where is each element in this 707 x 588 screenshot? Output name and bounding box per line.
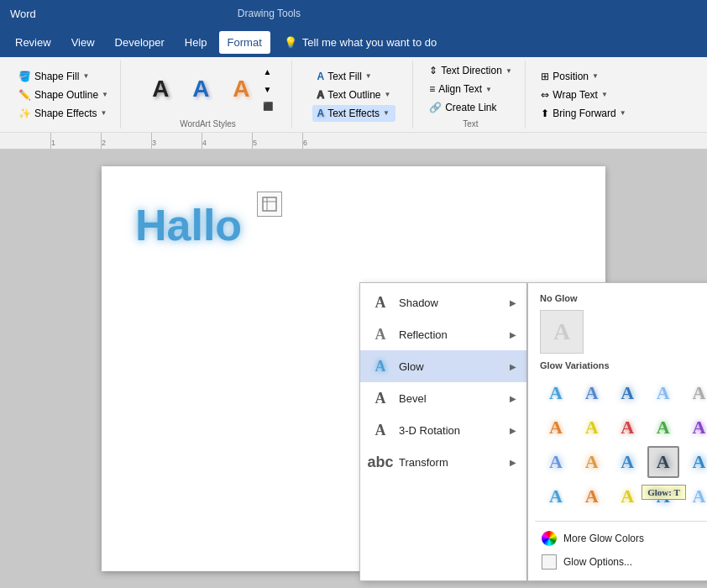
ruler: 1 2 3 4 5 6 <box>0 133 707 150</box>
glow-options-button[interactable]: Glow Options... <box>535 550 707 574</box>
shape-outline-arrow[interactable]: ▼ <box>102 91 108 98</box>
glow-variant-7[interactable]: A <box>576 412 608 444</box>
wordart-style-3[interactable]: A <box>223 66 259 112</box>
shape-outline-button[interactable]: ✏️ Shape Outline ▼ <box>13 87 113 103</box>
tell-me-text[interactable]: Tell me what you want to do <box>302 36 437 49</box>
glow-variant-6[interactable]: A <box>540 412 572 444</box>
bevel-label: Bevel <box>399 392 427 405</box>
bevel-menu-item[interactable]: A Bevel ▶ <box>360 382 526 414</box>
no-glow-preview: A <box>553 318 570 345</box>
ruler-tick-5: 5 <box>252 133 302 149</box>
glow-variant-3[interactable]: A <box>611 377 643 409</box>
glow-variations-grid: A A A A A A A A A A A A A A Glow: T A <box>535 374 707 516</box>
shape-buttons: 🪣 Shape Fill ▼ ✏️ Shape Outline ▼ ✨ Shap… <box>13 60 113 129</box>
glow-variant-5[interactable]: A <box>683 377 707 409</box>
menu-bar: Review View Developer Help Format 💡 Tell… <box>0 27 707 57</box>
shadow-submenu-arrow: ▶ <box>510 298 516 307</box>
ribbon-group-text-effects: A Text Fill ▼ A Text Outline ▼ A Text Ef… <box>296 60 413 129</box>
glow-footer: More Glow Colors Glow Options... <box>535 521 707 574</box>
document-area: Hallo A Shadow ▶ A Reflection ▶ <box>0 150 707 588</box>
ruler-numbers: 1 2 3 4 5 6 <box>0 133 707 149</box>
glow-variant-17[interactable]: A <box>576 480 608 512</box>
glow-menu-item[interactable]: A Glow ▶ <box>360 350 526 382</box>
more-glow-colors-button[interactable]: More Glow Colors <box>535 527 707 550</box>
wordart-scroll-up[interactable]: ▲ <box>263 67 273 76</box>
glow-variant-4[interactable]: A <box>647 377 679 409</box>
shadow-menu-item[interactable]: A Shadow ▶ <box>360 286 526 318</box>
position-arrow[interactable]: ▼ <box>592 72 599 80</box>
document-content: Hallo <box>102 166 605 284</box>
text-effects-button[interactable]: A Text Effects ▼ <box>312 105 396 122</box>
3d-rotation-menu-item[interactable]: A 3-D Rotation ▶ <box>360 414 526 446</box>
text-fill-arrow[interactable]: ▼ <box>365 72 372 80</box>
text-effects-buttons: A Text Fill ▼ A Text Outline ▼ A Text Ef… <box>312 60 396 129</box>
text-direction-button[interactable]: ⇕ Text Direction ▼ <box>424 62 517 79</box>
text-effects-dropdown: A Shadow ▶ A Reflection ▶ A Glow ▶ A Bev… <box>359 282 707 581</box>
lightbulb-icon: 💡 <box>284 36 297 49</box>
create-link-label: Create Link <box>445 102 496 113</box>
glow-label: Glow <box>399 360 424 373</box>
reflection-label: Reflection <box>399 328 448 341</box>
menu-view[interactable]: View <box>63 31 103 54</box>
create-link-button[interactable]: 🔗 Create Link <box>424 99 517 116</box>
shape-effects-arrow[interactable]: ▼ <box>101 109 107 117</box>
reflection-submenu-arrow: ▶ <box>510 330 516 339</box>
text-effects-arrow[interactable]: ▼ <box>383 109 390 117</box>
position-icon: ⊞ <box>541 71 549 82</box>
wordart-expand[interactable]: ⬛ <box>263 102 273 111</box>
align-text-arrow[interactable]: ▼ <box>485 86 492 93</box>
glow-variant-20[interactable]: A <box>683 480 707 512</box>
title-bar: Word Drawing Tools <box>0 0 707 27</box>
glow-variant-14[interactable]: A Glow: T <box>647 446 679 478</box>
wrap-text-label: Wrap Text <box>553 89 598 101</box>
shape-fill-arrow[interactable]: ▼ <box>82 72 89 80</box>
wrap-text-button[interactable]: ⇔ Wrap Text ▼ <box>536 87 631 103</box>
no-glow-option[interactable]: A <box>540 310 584 354</box>
more-glow-colors-label: More Glow Colors <box>563 533 644 544</box>
glow-variant-11[interactable]: A <box>540 446 572 478</box>
bring-forward-button[interactable]: ⬆ Bring Forward ▼ <box>536 105 631 122</box>
reflection-icon: A <box>370 324 390 344</box>
glow-variant-2[interactable]: A <box>576 377 608 409</box>
wordart-style-1[interactable]: A <box>142 66 179 112</box>
text-outline-arrow[interactable]: ▼ <box>385 91 391 98</box>
glow-variant-12[interactable]: A <box>576 446 608 478</box>
wordart-scroll-down[interactable]: ▼ <box>263 85 273 94</box>
menu-format[interactable]: Format <box>219 31 270 54</box>
ribbon-group-text-layout: ⇕ Text Direction ▼ ≡ Align Text ▼ 🔗 Crea… <box>416 60 526 129</box>
wordart-style-2[interactable]: A <box>182 66 219 112</box>
align-text-label: Align Text <box>438 83 482 95</box>
glow-variant-1[interactable]: A <box>540 377 572 409</box>
glow-variant-13[interactable]: A <box>611 446 643 478</box>
wordart-group-label: WordArt Styles <box>180 118 236 129</box>
wrap-text-arrow[interactable]: ▼ <box>601 91 608 98</box>
no-glow-title: No Glow <box>535 290 707 307</box>
position-button[interactable]: ⊞ Position ▼ <box>536 68 631 85</box>
menu-review[interactable]: Review <box>7 31 60 54</box>
menu-help[interactable]: Help <box>176 31 216 54</box>
glow-submenu: No Glow A Glow Variations A A A A A A A … <box>527 282 707 581</box>
glow-variant-16[interactable]: A <box>540 480 572 512</box>
align-text-button[interactable]: ≡ Align Text ▼ <box>424 81 517 97</box>
text-outline-button[interactable]: A Text Outline ▼ <box>312 87 396 103</box>
shape-fill-label: Shape Fill <box>34 71 79 82</box>
transform-menu-item[interactable]: abc Transform ▶ <box>360 446 526 478</box>
3d-rotation-submenu-arrow: ▶ <box>510 426 516 435</box>
glow-variations-title: Glow Variations <box>535 357 707 374</box>
link-icon: 🔗 <box>429 102 442 113</box>
text-fill-button[interactable]: A Text Fill ▼ <box>312 68 396 85</box>
glow-variant-10[interactable]: A <box>683 412 707 444</box>
glow-variant-18[interactable]: A <box>611 480 643 512</box>
shape-effects-button[interactable]: ✨ Shape Effects ▼ <box>13 105 113 122</box>
shadow-icon: A <box>370 292 390 312</box>
reflection-menu-item[interactable]: A Reflection ▶ <box>360 318 526 350</box>
glow-variant-8[interactable]: A <box>611 412 643 444</box>
glow-variant-15[interactable]: A <box>683 446 707 478</box>
menu-developer[interactable]: Developer <box>107 31 173 54</box>
glow-variant-9[interactable]: A <box>647 412 679 444</box>
text-direction-arrow[interactable]: ▼ <box>505 67 512 75</box>
hallo-wordart[interactable]: Hallo <box>135 200 572 250</box>
document-anchor-icon <box>257 192 282 217</box>
shape-fill-button[interactable]: 🪣 Shape Fill ▼ <box>13 68 113 85</box>
bring-forward-arrow[interactable]: ▼ <box>620 109 626 117</box>
